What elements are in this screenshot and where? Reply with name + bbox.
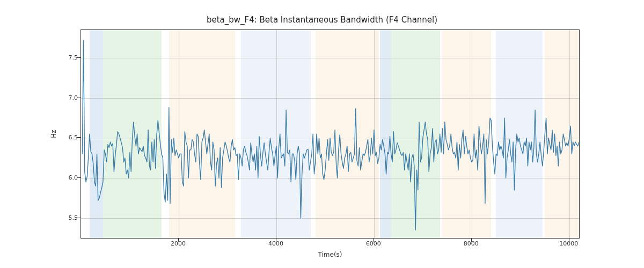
chart-container: beta_bw_F4: Beta Instantaneous Bandwidth… xyxy=(0,0,644,268)
x-tickmark xyxy=(374,239,374,242)
y-tickmark xyxy=(77,98,80,98)
y-tick-label: 5.5 xyxy=(0,214,78,221)
y-tick-label: 6.0 xyxy=(0,174,78,181)
y-tickmark xyxy=(77,57,80,58)
y-tick-label: 7.0 xyxy=(0,94,78,101)
y-tickmark xyxy=(77,218,80,218)
x-tickmark xyxy=(569,239,569,242)
line-series xyxy=(81,30,579,238)
x-tickmark xyxy=(178,239,179,242)
y-tickmark xyxy=(77,137,80,138)
plot-area xyxy=(80,29,580,239)
x-tickmark xyxy=(276,239,276,242)
y-tick-label: 7.5 xyxy=(0,54,78,61)
y-tickmark xyxy=(77,177,80,178)
x-tickmark xyxy=(471,239,472,242)
y-tick-label: 6.5 xyxy=(0,134,78,141)
x-axis-label: Time(s) xyxy=(318,251,342,258)
chart-title: beta_bw_F4: Beta Instantaneous Bandwidth… xyxy=(0,15,644,25)
